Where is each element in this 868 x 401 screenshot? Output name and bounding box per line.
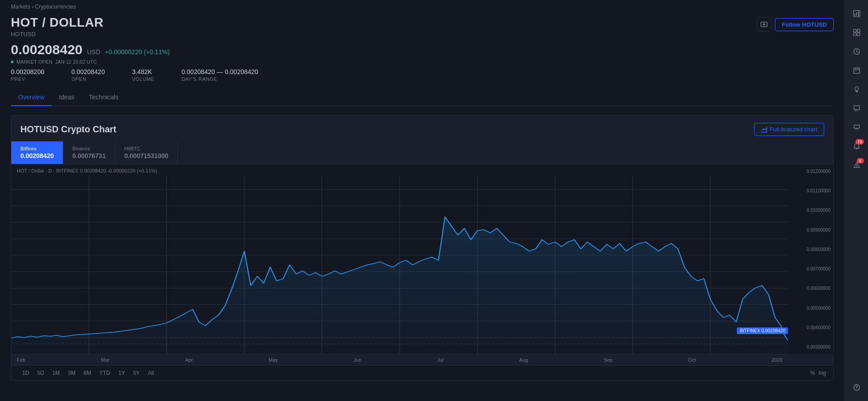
open-label: OPEN (71, 76, 105, 82)
clock-icon[interactable] (849, 43, 865, 60)
binance-name: Binance (72, 146, 106, 151)
time-tick-sep: Sep (604, 357, 613, 363)
header-right: Follow HOTUSD (757, 17, 834, 32)
help-icon[interactable] (849, 379, 865, 396)
follow-button[interactable]: Follow HOTUSD (775, 18, 834, 31)
hitbtc-name: HitBTC (124, 146, 168, 151)
time-tick-jul: Jul (437, 357, 443, 363)
svg-rect-7 (857, 33, 860, 36)
full-chart-button[interactable]: Full-featured chart (754, 123, 825, 136)
ticker-symbol: HOTUSD (11, 31, 104, 37)
tf-1m[interactable]: 1M (49, 368, 64, 378)
binance-price: 0.00076731 (72, 152, 106, 159)
layout-icon[interactable] (849, 24, 865, 41)
time-tick-mar: Mar (101, 357, 109, 363)
tf-all[interactable]: All (144, 368, 157, 378)
prev-label: PREV (11, 76, 44, 82)
market-dot (11, 61, 14, 63)
bitfinex-price: 0.00208420 (20, 152, 54, 159)
tf-ytd[interactable]: YTD (96, 368, 114, 378)
current-price: 0.00208420 (11, 42, 83, 57)
market-open-label: MARKET OPEN (16, 59, 52, 65)
bitfinex-chart-label: BITFINEX 0.00208420 (737, 327, 788, 334)
tab-ideas[interactable]: Ideas (52, 89, 81, 106)
price-tick-2: 0.01100000 (791, 188, 830, 193)
comment-icon[interactable] (849, 119, 865, 135)
volume-value: 3.482K (132, 68, 154, 75)
price-tick-6: 0.00700000 (791, 266, 830, 271)
price-tick-1: 0.01200000 (791, 169, 830, 174)
time-tick-feb: Feb (17, 357, 25, 363)
time-tick-aug: Aug (519, 357, 528, 363)
chart-section: HOTUSD Crypto Chart Full-featured chart … (11, 115, 834, 381)
alert-badge: 1 (857, 158, 864, 163)
time-tick-apr: Apr (185, 357, 193, 363)
prev-value: 0.00208200 (11, 68, 44, 75)
tf-3m[interactable]: 3M (64, 368, 79, 378)
bulb-icon[interactable] (849, 81, 865, 98)
chat-icon[interactable] (849, 100, 865, 117)
time-tick-may: May (269, 357, 278, 363)
market-status: MARKET OPEN JAN 12 15:02 UTC (11, 59, 834, 65)
svg-point-11 (856, 389, 857, 389)
price-tick-8: 0.00500000 (791, 306, 830, 311)
open-value: 0.00208420 (71, 68, 105, 75)
compare-icon-btn[interactable] (757, 17, 771, 32)
ticker-title: HOT / DOLLAR (11, 15, 104, 30)
price-tick-10: 0.00300000 (791, 345, 830, 350)
tab-bar: Overview Ideas Technicals (11, 89, 834, 106)
timeframe-buttons: 1D 5D 1M 3M 6M YTD 1Y 5Y All (19, 368, 157, 378)
price-chart-svg (11, 176, 788, 354)
tf-5d[interactable]: 5D (33, 368, 47, 378)
chart-icon[interactable] (849, 5, 865, 22)
main-content: Markets › Cryptocurrencies HOT / DOLLAR … (0, 0, 844, 401)
price-tick-7: 0.00600000 (791, 286, 830, 291)
tf-1y[interactable]: 1Y (115, 368, 129, 378)
scale-log-btn[interactable]: log (819, 370, 826, 376)
price-row: 0.00208420 USD +0.00000220 (+0.11%) (11, 42, 834, 57)
svg-rect-4 (854, 29, 856, 32)
exchange-tab-bitfinex[interactable]: Bitfinex 0.00208420 (11, 141, 63, 164)
svg-rect-5 (857, 29, 860, 32)
price-currency: USD (87, 48, 101, 56)
markets-link[interactable]: Markets › Cryptocurrencies (11, 4, 76, 10)
notification-badge: 73 (855, 139, 863, 145)
exchange-tab-hitbtc[interactable]: HitBTC 0.00071531000 (115, 141, 178, 164)
notification-icon[interactable]: 73 (849, 138, 865, 154)
price-change: +0.00000220 (+0.11%) (105, 48, 170, 56)
price-tick-3: 0.01000000 (791, 208, 830, 213)
time-tick-2020: 2020 (771, 357, 782, 363)
svg-rect-6 (854, 33, 856, 36)
tab-overview[interactable]: Overview (11, 89, 52, 106)
stat-open: 0.00208420 OPEN (71, 68, 105, 82)
price-axis: 0.01200000 0.01100000 0.01000000 0.00900… (788, 164, 833, 354)
scale-percent-btn[interactable]: % (810, 370, 815, 376)
tf-1d[interactable]: 1D (19, 368, 33, 378)
header-left: HOT / DOLLAR HOTUSD (11, 15, 104, 37)
chart-bottom-toolbar: 1D 5D 1M 3M 6M YTD 1Y 5Y All % log (11, 365, 833, 380)
chart-header: HOTUSD Crypto Chart Full-featured chart (11, 116, 833, 141)
calendar-icon[interactable] (849, 62, 865, 79)
price-tick-9: 0.00400000 (791, 325, 830, 330)
alert-icon[interactable]: 1 (849, 157, 865, 173)
chart-info-label: HOT / Dollar · D · BITFINEX 0.00208420 -… (17, 168, 157, 173)
hitbtc-price: 0.00071531000 (124, 152, 168, 159)
tf-6m[interactable]: 6M (80, 368, 95, 378)
stat-range: 0.00208420 — 0.00208420 DAY'S RANGE (181, 68, 258, 82)
bitfinex-name: Bitfinex (20, 146, 54, 151)
right-sidebar: 73 1 (844, 0, 868, 401)
chart-title: HOTUSD Crypto Chart (20, 124, 116, 135)
exchange-tabs: Bitfinex 0.00208420 Binance 0.00076731 H… (11, 141, 833, 164)
exchange-tab-binance[interactable]: Binance 0.00076731 (63, 141, 115, 164)
chart-scale-buttons: % log (810, 370, 826, 376)
tab-technicals[interactable]: Technicals (82, 89, 126, 106)
svg-rect-9 (854, 68, 859, 74)
price-tick-4: 0.00900000 (791, 228, 830, 233)
time-tick-jun: Jun (354, 357, 362, 363)
svg-rect-3 (858, 11, 859, 16)
tf-5y[interactable]: 5Y (129, 368, 143, 378)
volume-label: VOLUME (132, 76, 154, 82)
stats-row: 0.00208200 PREV 0.00208420 OPEN 3.482K V… (11, 68, 834, 82)
price-tick-5: 0.00800000 (791, 247, 830, 252)
time-tick-oct: Oct (688, 357, 696, 363)
